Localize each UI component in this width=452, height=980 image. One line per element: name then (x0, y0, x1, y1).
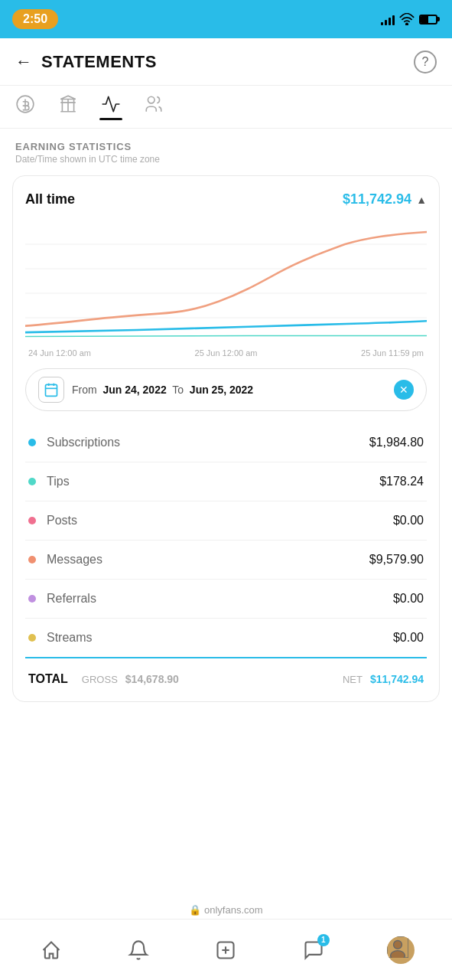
help-button[interactable]: ? (414, 51, 437, 74)
chart-amount: $11,742.94 ▲ (343, 191, 427, 207)
page-title: STATEMENTS (41, 52, 157, 72)
chevron-up-icon: ▲ (416, 194, 427, 206)
footer-domain: 🔒 onlyfans.com (0, 898, 452, 919)
main-content: EARNING STATISTICS Date/Time shown in UT… (0, 129, 452, 832)
nav-add[interactable] (206, 931, 245, 969)
earnings-item-tips: Tips $178.24 (25, 462, 427, 501)
section-header: EARNING STATISTICS Date/Time shown in UT… (0, 129, 452, 168)
earnings-item-subscriptions: Subscriptions $1,984.80 (25, 423, 427, 462)
from-label: From (72, 384, 97, 396)
signal-icon (381, 13, 395, 25)
messages-value: $9,579.90 (369, 553, 424, 567)
date-range-text: From Jun 24, 2022 To Jun 25, 2022 (72, 384, 386, 396)
chart-card: All time $11,742.94 ▲ (12, 175, 440, 702)
total-net-value: $11,742.94 (370, 673, 424, 685)
tips-label: Tips (47, 475, 379, 488)
earnings-item-referrals: Referrals $0.00 (25, 580, 427, 619)
clear-date-button[interactable]: ✕ (394, 380, 414, 400)
battery-icon (419, 15, 440, 24)
referrals-dot (28, 595, 36, 603)
date-range-picker[interactable]: From Jun 24, 2022 To Jun 25, 2022 ✕ (25, 368, 427, 411)
tab-statistics[interactable] (101, 94, 121, 120)
referrals-value: $0.00 (393, 592, 424, 606)
bottom-nav: 1 (0, 919, 452, 980)
nav-messages[interactable]: 1 (294, 931, 333, 969)
chart-label-start: 24 Jun 12:00 am (28, 348, 91, 358)
streams-dot (28, 634, 36, 642)
earnings-list: Subscriptions $1,984.80 Tips $178.24 Pos… (25, 423, 427, 689)
status-bar: 2:50 (0, 0, 452, 38)
tab-dollar[interactable] (15, 94, 35, 120)
svg-rect-7 (46, 384, 57, 396)
subscriptions-dot (28, 439, 36, 446)
posts-label: Posts (47, 514, 393, 528)
profile-avatar (387, 936, 415, 964)
wifi-icon (399, 13, 415, 25)
section-subtitle: Date/Time shown in UTC time zone (15, 154, 437, 165)
chart-label-mid: 25 Jun 12:00 am (195, 348, 258, 358)
chart-header: All time $11,742.94 ▲ (25, 191, 427, 207)
total-gross-value: $14,678.90 (125, 673, 179, 685)
posts-dot (28, 517, 36, 524)
chart-label-end: 25 Jun 11:59 pm (361, 348, 424, 358)
svg-point-0 (406, 23, 408, 25)
section-title: EARNING STATISTICS (15, 141, 437, 152)
tips-value: $178.24 (379, 475, 424, 488)
header: ← STATEMENTS ? (0, 38, 452, 86)
svg-point-15 (393, 940, 402, 949)
chart-title: All time (25, 191, 75, 207)
earnings-item-streams: Streams $0.00 (25, 619, 427, 658)
total-label: TOTAL (28, 672, 68, 686)
status-icons (381, 13, 440, 25)
nav-profile[interactable] (382, 931, 420, 969)
to-date: Jun 25, 2022 (190, 384, 253, 396)
messages-badge: 1 (317, 934, 330, 946)
status-time: 2:50 (12, 9, 58, 29)
nav-home[interactable] (32, 931, 70, 969)
nav-notifications[interactable] (119, 931, 158, 969)
chart-labels: 24 Jun 12:00 am 25 Jun 12:00 am 25 Jun 1… (25, 348, 427, 358)
messages-label: Messages (47, 553, 369, 567)
earnings-item-messages: Messages $9,579.90 (25, 541, 427, 580)
subscriptions-label: Subscriptions (47, 436, 369, 449)
posts-value: $0.00 (393, 514, 424, 528)
svg-point-2 (148, 96, 154, 103)
subscriptions-value: $1,984.80 (369, 436, 424, 449)
tab-referrals[interactable] (144, 94, 164, 120)
total-net-label: NET (343, 674, 363, 685)
tab-bar (0, 86, 452, 129)
chart-area (25, 220, 427, 342)
calendar-icon (38, 377, 64, 403)
referrals-label: Referrals (47, 592, 393, 606)
total-gross-label: GROSS (82, 674, 118, 685)
tab-bank[interactable] (58, 94, 78, 120)
tips-dot (28, 478, 36, 485)
back-button[interactable]: ← (15, 52, 32, 72)
streams-value: $0.00 (393, 631, 424, 645)
earnings-item-posts: Posts $0.00 (25, 501, 427, 541)
total-row: TOTAL GROSS $14,678.90 NET $11,742.94 (25, 658, 427, 689)
messages-dot (28, 556, 36, 564)
from-date: Jun 24, 2022 (102, 384, 166, 396)
svg-point-16 (391, 950, 405, 957)
to-label: To (172, 384, 184, 396)
streams-label: Streams (47, 631, 393, 645)
header-left: ← STATEMENTS (15, 52, 157, 72)
